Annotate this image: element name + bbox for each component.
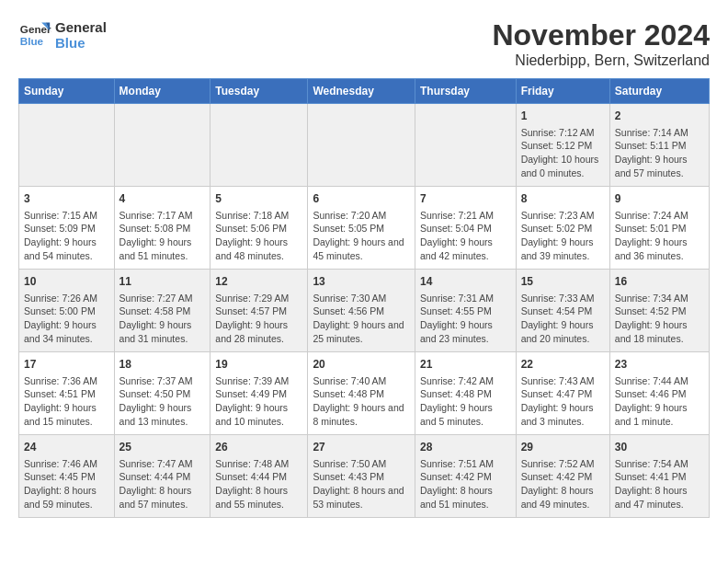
day-info: Sunrise: 7:51 AMSunset: 4:42 PMDaylight:…	[420, 457, 511, 511]
calendar-cell: 11Sunrise: 7:27 AMSunset: 4:58 PMDayligh…	[114, 270, 210, 352]
day-info: Sunrise: 7:36 AMSunset: 4:51 PMDaylight:…	[24, 374, 109, 429]
calendar-cell: 21Sunrise: 7:42 AMSunset: 4:48 PMDayligh…	[415, 352, 517, 435]
calendar-cell	[415, 104, 517, 187]
calendar-cell: 18Sunrise: 7:37 AMSunset: 4:50 PMDayligh…	[114, 352, 210, 435]
day-number: 25	[119, 440, 206, 455]
day-info: Sunrise: 7:46 AMSunset: 4:45 PMDaylight:…	[24, 457, 109, 511]
header: General Blue General Blue November 2024 …	[18, 18, 710, 69]
day-info: Sunrise: 7:12 AMSunset: 5:12 PMDaylight:…	[521, 126, 605, 180]
day-number: 10	[24, 274, 109, 290]
calendar-cell: 14Sunrise: 7:31 AMSunset: 4:55 PMDayligh…	[415, 270, 517, 352]
day-info: Sunrise: 7:23 AMSunset: 5:02 PMDaylight:…	[521, 209, 605, 263]
day-info: Sunrise: 7:39 AMSunset: 4:49 PMDaylight:…	[215, 374, 302, 429]
calendar-cell	[114, 104, 210, 187]
day-number: 27	[313, 440, 410, 455]
header-thursday: Thursday	[415, 79, 517, 104]
calendar-cell: 6Sunrise: 7:20 AMSunset: 5:05 PMDaylight…	[308, 187, 415, 270]
header-tuesday: Tuesday	[210, 79, 308, 104]
logo: General Blue General Blue	[18, 18, 107, 52]
calendar-week-2: 3Sunrise: 7:15 AMSunset: 5:09 PMDaylight…	[19, 187, 710, 270]
logo-line1: General	[55, 19, 107, 35]
day-info: Sunrise: 7:18 AMSunset: 5:06 PMDaylight:…	[215, 209, 302, 263]
calendar-cell	[210, 104, 308, 187]
day-number: 2	[615, 109, 704, 124]
calendar-cell: 13Sunrise: 7:30 AMSunset: 4:56 PMDayligh…	[308, 270, 415, 352]
calendar-cell: 19Sunrise: 7:39 AMSunset: 4:49 PMDayligh…	[210, 352, 308, 435]
calendar-cell: 10Sunrise: 7:26 AMSunset: 5:00 PMDayligh…	[19, 270, 115, 352]
logo-icon: General Blue	[18, 18, 51, 52]
logo-text: General Blue	[55, 19, 107, 51]
calendar-cell	[19, 104, 115, 187]
calendar-week-3: 10Sunrise: 7:26 AMSunset: 5:00 PMDayligh…	[19, 270, 710, 352]
day-number: 26	[215, 440, 302, 455]
calendar-cell: 16Sunrise: 7:34 AMSunset: 4:52 PMDayligh…	[609, 270, 709, 352]
day-info: Sunrise: 7:15 AMSunset: 5:09 PMDaylight:…	[24, 209, 109, 263]
day-number: 1	[521, 109, 605, 124]
day-info: Sunrise: 7:34 AMSunset: 4:52 PMDaylight:…	[615, 292, 704, 346]
day-number: 24	[24, 440, 109, 455]
day-info: Sunrise: 7:20 AMSunset: 5:05 PMDaylight:…	[313, 209, 410, 263]
title-block: November 2024 Niederbipp, Bern, Switzerl…	[492, 18, 710, 69]
day-number: 12	[215, 274, 302, 290]
day-info: Sunrise: 7:54 AMSunset: 4:41 PMDaylight:…	[615, 457, 704, 511]
day-number: 18	[119, 357, 206, 373]
day-number: 16	[615, 274, 704, 290]
calendar-cell: 27Sunrise: 7:50 AMSunset: 4:43 PMDayligh…	[308, 435, 415, 518]
day-info: Sunrise: 7:44 AMSunset: 4:46 PMDaylight:…	[615, 374, 704, 429]
day-info: Sunrise: 7:40 AMSunset: 4:48 PMDaylight:…	[313, 374, 410, 429]
day-info: Sunrise: 7:42 AMSunset: 4:48 PMDaylight:…	[420, 374, 511, 429]
day-info: Sunrise: 7:47 AMSunset: 4:44 PMDaylight:…	[119, 457, 206, 511]
day-number: 6	[313, 191, 410, 207]
day-info: Sunrise: 7:14 AMSunset: 5:11 PMDaylight:…	[615, 126, 704, 180]
calendar-cell	[308, 104, 415, 187]
calendar-cell: 25Sunrise: 7:47 AMSunset: 4:44 PMDayligh…	[114, 435, 210, 518]
calendar-cell: 22Sunrise: 7:43 AMSunset: 4:47 PMDayligh…	[516, 352, 609, 435]
day-number: 21	[420, 357, 511, 373]
day-number: 13	[313, 274, 410, 290]
logo-line2: Blue	[55, 35, 107, 51]
day-number: 22	[521, 357, 605, 373]
header-wednesday: Wednesday	[308, 79, 415, 104]
page-title: November 2024	[492, 18, 710, 52]
day-info: Sunrise: 7:48 AMSunset: 4:44 PMDaylight:…	[215, 457, 302, 511]
calendar-cell: 12Sunrise: 7:29 AMSunset: 4:57 PMDayligh…	[210, 270, 308, 352]
day-number: 9	[615, 191, 704, 207]
day-info: Sunrise: 7:17 AMSunset: 5:08 PMDaylight:…	[119, 209, 206, 263]
day-info: Sunrise: 7:33 AMSunset: 4:54 PMDaylight:…	[521, 292, 605, 346]
calendar-cell: 15Sunrise: 7:33 AMSunset: 4:54 PMDayligh…	[516, 270, 609, 352]
calendar-cell: 29Sunrise: 7:52 AMSunset: 4:42 PMDayligh…	[516, 435, 609, 518]
calendar-table: SundayMondayTuesdayWednesdayThursdayFrid…	[18, 78, 710, 518]
calendar-cell: 9Sunrise: 7:24 AMSunset: 5:01 PMDaylight…	[609, 187, 709, 270]
header-saturday: Saturday	[609, 79, 709, 104]
calendar-week-1: 1Sunrise: 7:12 AMSunset: 5:12 PMDaylight…	[19, 104, 710, 187]
calendar-header-row: SundayMondayTuesdayWednesdayThursdayFrid…	[19, 79, 710, 104]
header-monday: Monday	[114, 79, 210, 104]
calendar-cell: 23Sunrise: 7:44 AMSunset: 4:46 PMDayligh…	[609, 352, 709, 435]
calendar-cell: 4Sunrise: 7:17 AMSunset: 5:08 PMDaylight…	[114, 187, 210, 270]
day-info: Sunrise: 7:37 AMSunset: 4:50 PMDaylight:…	[119, 374, 206, 429]
calendar-cell: 5Sunrise: 7:18 AMSunset: 5:06 PMDaylight…	[210, 187, 308, 270]
day-info: Sunrise: 7:29 AMSunset: 4:57 PMDaylight:…	[215, 292, 302, 346]
svg-text:Blue: Blue	[20, 35, 44, 47]
day-number: 7	[420, 191, 511, 207]
calendar-cell: 3Sunrise: 7:15 AMSunset: 5:09 PMDaylight…	[19, 187, 115, 270]
calendar-cell: 24Sunrise: 7:46 AMSunset: 4:45 PMDayligh…	[19, 435, 115, 518]
day-info: Sunrise: 7:21 AMSunset: 5:04 PMDaylight:…	[420, 209, 511, 263]
calendar-week-4: 17Sunrise: 7:36 AMSunset: 4:51 PMDayligh…	[19, 352, 710, 435]
day-number: 11	[119, 274, 206, 290]
day-info: Sunrise: 7:27 AMSunset: 4:58 PMDaylight:…	[119, 292, 206, 346]
calendar-cell: 8Sunrise: 7:23 AMSunset: 5:02 PMDaylight…	[516, 187, 609, 270]
day-number: 28	[420, 440, 511, 455]
header-sunday: Sunday	[19, 79, 115, 104]
calendar-cell: 1Sunrise: 7:12 AMSunset: 5:12 PMDaylight…	[516, 104, 609, 187]
day-number: 20	[313, 357, 410, 373]
day-info: Sunrise: 7:30 AMSunset: 4:56 PMDaylight:…	[313, 292, 410, 346]
day-info: Sunrise: 7:31 AMSunset: 4:55 PMDaylight:…	[420, 292, 511, 346]
calendar-cell: 17Sunrise: 7:36 AMSunset: 4:51 PMDayligh…	[19, 352, 115, 435]
day-number: 8	[521, 191, 605, 207]
day-number: 3	[24, 191, 109, 207]
day-number: 30	[615, 440, 704, 455]
day-info: Sunrise: 7:26 AMSunset: 5:00 PMDaylight:…	[24, 292, 109, 346]
day-number: 17	[24, 357, 109, 373]
day-info: Sunrise: 7:24 AMSunset: 5:01 PMDaylight:…	[615, 209, 704, 263]
